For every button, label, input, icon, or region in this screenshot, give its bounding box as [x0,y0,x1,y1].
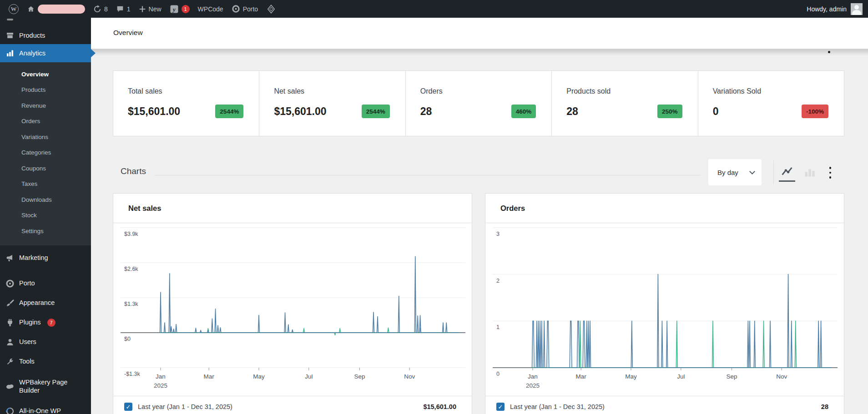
wp-admin-bar: W 8 1 New y 1 WPCode [0,0,868,18]
card-delta-badge: 250% [657,105,682,118]
bar-chart-view-button[interactable] [802,164,818,182]
interval-select[interactable]: By day [708,159,762,185]
sidebar-item-wpbakery-page-builder[interactable]: WPBakery Page Builder [0,371,91,401]
summary-card-products-sold[interactable]: Products sold28250% [552,71,698,136]
svg-text:2: 2 [496,278,500,284]
sidebar-item-marketing[interactable]: Marketing [0,248,91,268]
sidebar-item-users[interactable]: Users [0,332,91,352]
svg-text:Mar: Mar [576,373,587,380]
legend-label[interactable]: Last year (Jan 1 - Dec 31, 2025) [138,403,232,410]
sidebar-item-label: Plugins [19,318,41,326]
box-icon [5,31,15,40]
porto-menu[interactable]: Porto [227,0,262,18]
comments-menu[interactable]: 1 [112,0,135,18]
svg-text:Jan: Jan [156,373,166,380]
sidebar-item-label: Users [19,338,36,346]
slider-menu[interactable] [262,0,280,18]
card-delta-badge: 460% [511,105,536,118]
net-sales-legend-row: ✓ Last year (Jan 1 - Dec 31, 2025) $15,6… [113,396,472,414]
porto-target-icon [232,5,240,13]
wpcode-menu[interactable]: WPCode [194,0,227,18]
porto-label: Porto [243,5,258,13]
plug-icon [5,318,15,327]
line-chart-icon [781,166,793,178]
header-scroll-shadow [91,49,868,56]
card-value: 28 [566,105,578,118]
summary-card-variations-sold[interactable]: Variations Sold0-100% [698,71,844,136]
line-chart-view-button[interactable] [779,164,795,182]
submenu-item-variations[interactable]: Variations [0,129,91,145]
target-icon [5,279,15,288]
net-sales-chart-svg: $3.9k$2.6k$1.3k$0-$1.3kJan2025MarMayJulS… [113,223,473,396]
svg-text:May: May [625,373,637,380]
sidebar-item-appearance[interactable]: Appearance [0,293,91,313]
sidebar-item-tools[interactable]: Tools [0,352,91,371]
charts-menu-button[interactable] [826,164,834,182]
howdy-text[interactable]: Howdy, admin [807,5,847,13]
comments-count: 1 [127,5,131,13]
new-content-menu[interactable]: New [135,0,166,18]
submenu-item-categories[interactable]: Categories [0,145,91,161]
submenu-item-downloads[interactable]: Downloads [0,192,91,208]
net-sales-chart-panel: Net sales $3.9k$2.6k$1.3k$0-$1.3kJan2025… [113,193,472,414]
net-sales-chart-title: Net sales [128,204,161,213]
submenu-item-stock[interactable]: Stock [0,208,91,224]
legend-checkbox-icon[interactable]: ✓ [496,403,505,411]
summary-card-net-sales[interactable]: Net sales$15,601.002544% [259,71,405,136]
sidebar-item-porto[interactable]: Porto [0,274,91,293]
orders-legend-row: ✓ Last year (Jan 1 - Dec 31, 2025) 28 [485,396,844,414]
analytics-submenu: OverviewProductsRevenueOrdersVariationsC… [0,62,91,245]
svg-text:Sep: Sep [354,373,365,380]
wc-admin-header: Overview Activity Finish setup [91,18,868,49]
svg-text:May: May [253,373,265,380]
wp-logo-menu[interactable]: W [5,0,23,18]
charts-divider [155,175,701,175]
sidebar-item-label: Analytics [19,49,45,57]
legend-label[interactable]: Last year (Jan 1 - Dec 31, 2025) [510,403,605,410]
sidebar-item-label: Products [19,31,45,40]
svg-text:Nov: Nov [776,373,787,380]
sidebar-item-all-in-one-wp[interactable]: All-in-One WP [0,401,91,414]
activity-button[interactable]: Activity [866,21,868,40]
legend-checkbox-icon[interactable]: ✓ [124,403,132,411]
orders-chart-panel: Orders 3210Jan2025MarMayJulSepNov ✓ Last… [485,193,844,414]
sidebar-item-products[interactable]: Products [0,27,91,44]
sidebar-item-analytics[interactable]: Analytics [0,44,91,62]
user-avatar[interactable] [851,3,863,15]
admin-sidebar: ProductsAnalytics OverviewProductsRevenu… [0,18,91,414]
summary-card-orders[interactable]: Orders28460% [406,71,552,136]
yoast-menu[interactable]: y 1 [166,0,194,18]
summary-card-total-sales[interactable]: Total sales$15,601.002544% [113,71,259,136]
wordpress-logo-icon: W [9,4,19,14]
svg-text:2025: 2025 [154,382,167,389]
card-label: Variations Sold [713,87,828,95]
sidebar-item-label: Tools [19,357,35,365]
svg-text:$2.6k: $2.6k [124,266,138,272]
brush-icon [5,299,15,308]
submenu-item-coupons[interactable]: Coupons [0,160,91,176]
submenu-item-revenue[interactable]: Revenue [0,98,91,114]
sidebar-item-plugins[interactable]: Plugins7 [0,313,91,332]
svg-text:Mar: Mar [204,373,215,380]
svg-text:Jul: Jul [305,373,313,380]
clipped-menu-icon [7,19,13,20]
orders-chart-title: Orders [500,204,525,213]
sidebar-item-label: Marketing [19,254,48,262]
person-icon [5,338,15,347]
submenu-item-settings[interactable]: Settings [0,223,91,239]
chart-bar-icon [5,49,15,58]
submenu-item-products[interactable]: Products [0,82,91,98]
svg-text:-$1.3k: -$1.3k [124,371,140,377]
submenu-item-taxes[interactable]: Taxes [0,176,91,192]
submenu-item-orders[interactable]: Orders [0,114,91,130]
card-delta-badge: -100% [802,105,828,118]
submenu-item-overview[interactable]: Overview [0,66,91,82]
card-label: Total sales [128,87,243,95]
svg-text:Jan: Jan [528,373,538,380]
card-label: Products sold [566,87,682,95]
screen: W 8 1 New y 1 WPCode [0,0,868,414]
site-link[interactable] [23,0,89,18]
svg-text:2025: 2025 [526,382,540,389]
updates-menu[interactable]: 8 [89,0,112,18]
svg-text:0: 0 [496,371,500,377]
